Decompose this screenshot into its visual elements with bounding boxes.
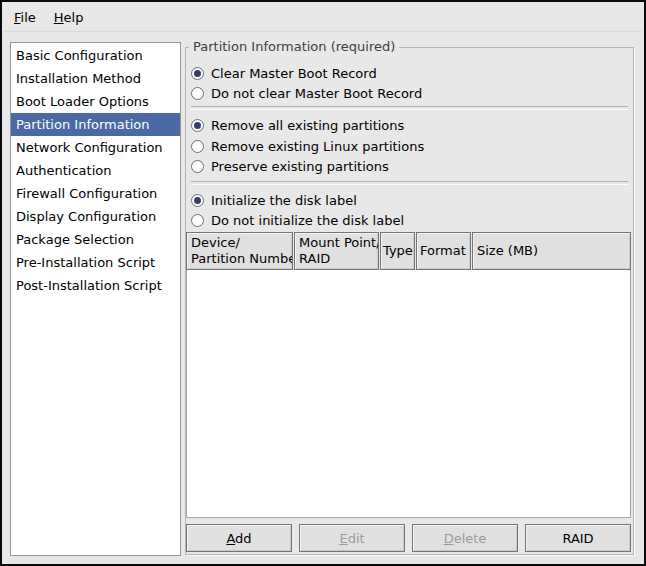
sidebar-item-basic-configuration[interactable]: Basic Configuration (11, 44, 180, 67)
button-label: Delete (444, 531, 487, 546)
menu-file[interactable]: File (5, 5, 45, 30)
separator (191, 106, 628, 110)
column-header-type[interactable]: Type (380, 232, 415, 270)
sidebar-item-boot-loader-options[interactable]: Boot Loader Options (11, 90, 180, 113)
sidebar-item-package-selection[interactable]: Package Selection (11, 228, 180, 251)
sidebar-item-firewall-configuration[interactable]: Firewall Configuration (11, 182, 180, 205)
sidebar-item-installation-method[interactable]: Installation Method (11, 67, 180, 90)
radio-button-icon (191, 214, 204, 227)
radio-button-icon (191, 87, 204, 100)
frame-title: Partition Information (required) (189, 39, 399, 54)
column-header-format[interactable]: Format (416, 232, 471, 270)
column-header-line: Mount Point/ (299, 235, 374, 251)
column-header-line: Partition Number (191, 251, 288, 267)
radio-label: Preserve existing partitions (211, 159, 389, 174)
column-header-line: RAID (299, 251, 374, 267)
column-header-line: Format (420, 243, 468, 259)
column-header-size[interactable]: Size (MB) (472, 232, 631, 270)
radio-clear-mbr[interactable]: Clear Master Boot Record (191, 63, 377, 83)
radio-button-icon (191, 119, 204, 132)
radio-do-not-initialize-disk-label[interactable]: Do not initialize the disk label (191, 210, 404, 230)
partition-table-header: Device/ Partition Number Mount Point/ RA… (186, 232, 631, 270)
add-button[interactable]: Add (186, 524, 292, 552)
radio-button-icon (191, 140, 204, 153)
partition-table: Device/ Partition Number Mount Point/ RA… (186, 232, 631, 518)
kickstart-configurator-window: File Help Basic Configuration Installati… (0, 0, 646, 566)
sidebar-item-pre-installation-script[interactable]: Pre-Installation Script (11, 251, 180, 274)
column-header-mount-point[interactable]: Mount Point/ RAID (294, 232, 379, 270)
sidebar-item-network-configuration[interactable]: Network Configuration (11, 136, 180, 159)
menubar: File Help (4, 4, 642, 32)
radio-remove-linux-partitions[interactable]: Remove existing Linux partitions (191, 136, 424, 156)
partition-info-frame: Partition Information (required) Clear M… (185, 47, 634, 555)
raid-button[interactable]: RAID (525, 524, 631, 552)
sidebar-item-partition-information[interactable]: Partition Information (11, 113, 180, 136)
radio-initialize-disk-label[interactable]: Initialize the disk label (191, 190, 357, 210)
radio-label: Do not initialize the disk label (211, 213, 404, 228)
column-header-line: Type (383, 243, 412, 259)
column-header-device[interactable]: Device/ Partition Number (186, 232, 293, 270)
sidebar-item-post-installation-script[interactable]: Post-Installation Script (11, 274, 180, 297)
partition-table-body[interactable] (186, 270, 631, 518)
column-header-line: Device/ (191, 235, 288, 251)
radio-button-icon (191, 194, 204, 207)
radio-remove-all-partitions[interactable]: Remove all existing partitions (191, 115, 404, 135)
radio-label: Initialize the disk label (211, 193, 357, 208)
radio-label: Remove all existing partitions (211, 118, 404, 133)
radio-label: Do not clear Master Boot Record (211, 86, 422, 101)
delete-button[interactable]: Delete (412, 524, 518, 552)
radio-label: Clear Master Boot Record (211, 66, 377, 81)
sidebar-item-display-configuration[interactable]: Display Configuration (11, 205, 180, 228)
radio-do-not-clear-mbr[interactable]: Do not clear Master Boot Record (191, 83, 422, 103)
button-label: Add (226, 531, 251, 546)
button-label: RAID (562, 531, 593, 546)
menu-help[interactable]: Help (45, 5, 93, 30)
button-row: Add Edit Delete RAID (186, 524, 631, 552)
separator (191, 181, 628, 185)
radio-label: Remove existing Linux partitions (211, 139, 424, 154)
radio-button-icon (191, 67, 204, 80)
radio-preserve-partitions[interactable]: Preserve existing partitions (191, 156, 389, 176)
sidebar-item-authentication[interactable]: Authentication (11, 159, 180, 182)
edit-button[interactable]: Edit (299, 524, 405, 552)
config-section-list: Basic Configuration Installation Method … (10, 42, 181, 556)
button-label: Edit (339, 531, 364, 546)
radio-button-icon (191, 160, 204, 173)
column-header-line: Size (MB) (477, 243, 626, 259)
